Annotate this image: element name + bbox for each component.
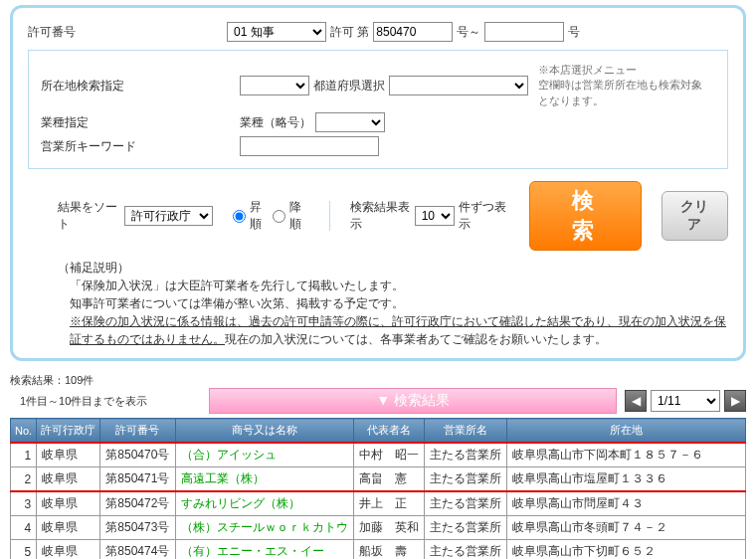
industry-prefix: 業種（略号）: [240, 114, 311, 131]
cell: 第850470号: [100, 443, 175, 467]
sort-select[interactable]: 許可行政庁: [124, 206, 213, 226]
cell: 第850474号: [100, 540, 175, 559]
cell: 第850473号: [100, 516, 175, 540]
results-table: No.許可行政庁許可番号商号又は名称代表者名営業所名所在地 1岐阜県第85047…: [10, 418, 746, 559]
cell: 4: [11, 516, 37, 540]
permit-suffix1: 号～: [457, 24, 480, 41]
sort-label: 結果をソート: [58, 199, 120, 233]
company-name-link[interactable]: すみれリビング（株）: [175, 491, 353, 516]
col-header[interactable]: No.: [11, 419, 37, 444]
table-row: 5岐阜県第850474号（有）エニー・エス・イー船坂 壽主たる営業所岐阜県高山市…: [11, 540, 746, 559]
col-header[interactable]: 許可行政庁: [37, 419, 100, 444]
cell: 2: [11, 467, 37, 492]
cell: 井上 正: [353, 491, 424, 516]
result-meta: 検索結果：109件: [10, 373, 756, 388]
cell: 高畠 憲: [353, 467, 424, 492]
permit-no-label: 許可番号: [28, 24, 227, 41]
cell: 主たる営業所: [425, 516, 507, 540]
note-box: ※本店選択メニュー 空欄時は営業所所在地も検索対象 となります。: [538, 63, 702, 108]
permit-type-select[interactable]: 01 知事: [227, 22, 326, 42]
cell: 岐阜県高山市下切町６５２: [507, 540, 746, 559]
table-row: 1岐阜県第850470号（合）アイッシュ中村 昭一主たる営業所岐阜県高山市下岡本…: [11, 443, 746, 467]
table-row: 3岐阜県第850472号すみれリビング（株）井上 正主たる営業所岐阜県高山市問屋…: [11, 491, 746, 516]
location-select[interactable]: [240, 76, 309, 95]
table-row: 2岐阜県第850471号高遠工業（株）高畠 憲主たる営業所岐阜県高山市塩屋町１３…: [11, 467, 746, 492]
industry-label: 業種指定: [41, 114, 240, 131]
cell: 第850472号: [100, 491, 175, 516]
cell: 主たる営業所: [425, 540, 507, 559]
cell: 岐阜県高山市冬頭町７４－２: [507, 516, 746, 540]
cell: 岐阜県: [37, 540, 100, 559]
supplement: （補足説明） 「保険加入状況」は大臣許可業者を先行して掲載いたします。 知事許可…: [58, 259, 728, 348]
asc-radio[interactable]: [233, 210, 246, 223]
cell: 岐阜県: [37, 516, 100, 540]
cell: 中村 昭一: [353, 443, 424, 467]
cell: 船坂 壽: [353, 540, 424, 559]
per-page-select[interactable]: 10: [415, 206, 455, 226]
cell: 主たる営業所: [425, 467, 507, 492]
cell: 1: [11, 443, 37, 467]
company-name-link[interactable]: （合）アイッシュ: [175, 443, 353, 467]
result-meta2: 1件目～10件目までを表示: [20, 394, 209, 409]
col-header[interactable]: 代表者名: [353, 419, 424, 444]
company-name-link[interactable]: （有）エニー・エス・イー: [175, 540, 353, 559]
pager-prev[interactable]: ◀: [625, 390, 647, 412]
pager: ◀ 1/11 ▶: [625, 390, 746, 412]
company-name-link[interactable]: （株）スチールｗｏｒｋカトウ: [175, 516, 353, 540]
cell: 5: [11, 540, 37, 559]
cell: 主たる営業所: [425, 443, 507, 467]
pref-label: 都道府県選択: [313, 78, 385, 94]
cell: 3: [11, 491, 37, 516]
col-header[interactable]: 許可番号: [100, 419, 175, 444]
company-name-link[interactable]: 高遠工業（株）: [175, 467, 353, 492]
pref-select[interactable]: [389, 76, 528, 95]
desc-radio[interactable]: [273, 210, 285, 223]
per-page-suffix: 件ずつ表示: [459, 199, 509, 233]
cell: 岐阜県: [37, 467, 100, 492]
cell: 岐阜県: [37, 491, 100, 516]
cell: 岐阜県高山市下岡本町１８５７－６: [507, 443, 746, 467]
cell: 加藤 英和: [353, 516, 424, 540]
location-section: 所在地検索指定 都道府県選択 ※本店選択メニュー 空欄時は営業所所在地も検索対象…: [28, 50, 728, 169]
result-count-label: 検索結果表示: [350, 199, 411, 233]
permit-prefix: 許可 第: [330, 24, 369, 41]
pager-next[interactable]: ▶: [724, 390, 746, 412]
industry-select[interactable]: [315, 112, 385, 132]
cell: 岐阜県高山市問屋町４３: [507, 491, 746, 516]
cell: 岐阜県高山市塩屋町１３３６: [507, 467, 746, 492]
clear-button[interactable]: クリア: [662, 191, 728, 241]
cell: 主たる営業所: [425, 491, 507, 516]
table-row: 4岐阜県第850473号（株）スチールｗｏｒｋカトウ加藤 英和主たる営業所岐阜県…: [11, 516, 746, 540]
search-button[interactable]: 検 索: [529, 181, 642, 251]
keyword-input[interactable]: [240, 136, 379, 156]
result-banner: ▼ 検索結果: [209, 388, 617, 414]
keyword-label: 営業所キーワード: [41, 138, 240, 155]
col-header[interactable]: 営業所名: [425, 419, 507, 444]
search-panel: 許可番号 01 知事 許可 第 号～ 号 所在地検索指定 都道府県選択 ※本店選…: [10, 5, 746, 361]
cell: 岐阜県: [37, 443, 100, 467]
col-header[interactable]: 商号又は名称: [175, 419, 353, 444]
pager-select[interactable]: 1/11: [651, 390, 720, 412]
permit-suffix2: 号: [568, 24, 580, 41]
permit-no-to[interactable]: [484, 22, 564, 42]
permit-no-from[interactable]: [373, 22, 453, 42]
col-header[interactable]: 所在地: [507, 419, 746, 444]
cell: 第850471号: [100, 467, 175, 492]
location-label: 所在地検索指定: [41, 78, 240, 94]
